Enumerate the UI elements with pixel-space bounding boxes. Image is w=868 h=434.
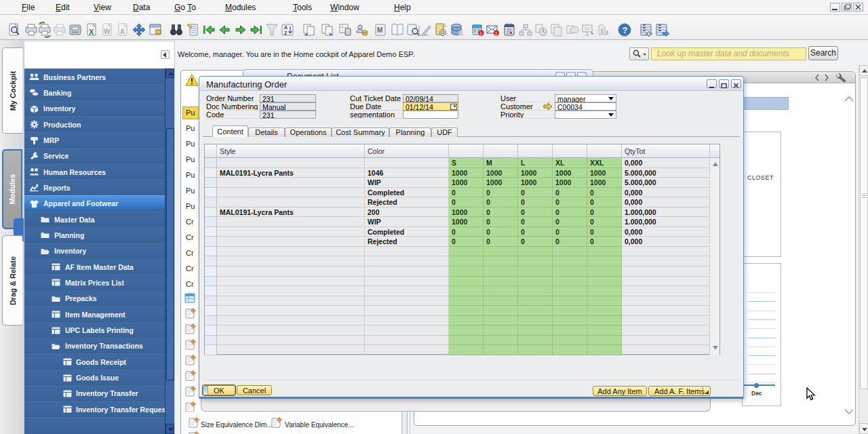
svg-text:Z: Z (284, 31, 288, 35)
svg-text:X: X (89, 28, 94, 36)
svg-text:A: A (120, 28, 125, 35)
svg-text:W: W (104, 28, 111, 35)
svg-text:A: A (284, 25, 288, 30)
svg-text:!: ! (496, 31, 497, 36)
svg-text:?: ? (623, 25, 628, 35)
svg-text:M: M (377, 26, 382, 34)
svg-text:!: ! (480, 31, 481, 36)
